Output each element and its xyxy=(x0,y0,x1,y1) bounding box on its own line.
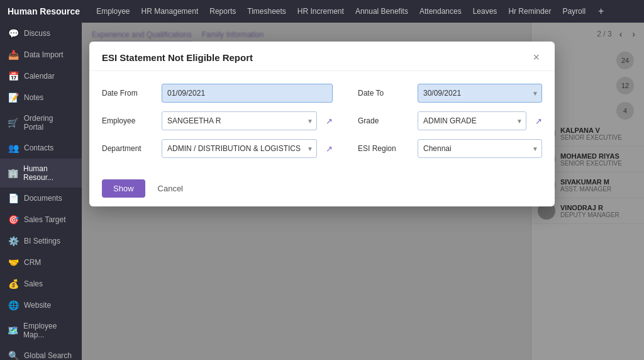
esi-region-label: ESI Region xyxy=(358,144,411,153)
date-from-input[interactable] xyxy=(162,84,333,103)
sidebar-item-label: Calendar xyxy=(24,72,55,81)
sales-icon: 💰 xyxy=(8,279,19,289)
sidebar-item-label: Employee Map... xyxy=(23,322,74,339)
esi-report-modal: ESI Statement Not Eligible Report × Date… xyxy=(89,42,555,206)
modal-footer: Show Cancel xyxy=(89,171,555,206)
sidebar-item-label: Data Import xyxy=(24,50,64,59)
notes-icon: 📝 xyxy=(8,93,19,103)
esi-region-select[interactable]: Chennai xyxy=(418,139,542,158)
sidebar-item-label: Discuss xyxy=(24,29,50,38)
date-to-label: Date To xyxy=(358,89,411,98)
sidebar-item-ordering-portal[interactable]: 🛒 Ordering Portal xyxy=(0,108,82,137)
date-to-input[interactable] xyxy=(418,84,542,103)
sidebar-item-notes[interactable]: 📝 Notes xyxy=(0,87,82,108)
grade-label: Grade xyxy=(358,116,411,125)
sidebar-item-global-search[interactable]: 🔍 Global Search xyxy=(0,345,82,360)
documents-icon: 📄 xyxy=(8,193,19,203)
global-search-icon: 🔍 xyxy=(8,351,19,360)
date-to-select-wrap: ▼ xyxy=(418,84,542,103)
contacts-icon: 👥 xyxy=(8,143,19,153)
sidebar-item-human-resource[interactable]: 🏢 Human Resour... xyxy=(0,159,82,188)
discuss-icon: 💬 xyxy=(8,28,19,38)
department-label: Department xyxy=(102,144,155,153)
crm-icon: 🤝 xyxy=(8,257,19,267)
modal-header: ESI Statement Not Eligible Report × xyxy=(89,42,555,71)
nav-hr-management[interactable]: HR Management xyxy=(140,4,200,18)
top-navigation: Human Resource Employee HR Management Re… xyxy=(0,0,644,23)
employee-row: Employee SANGEETHA R ▼ ↗ xyxy=(102,111,333,130)
date-to-row: Date To ▼ xyxy=(358,84,542,103)
esi-region-select-wrap: Chennai ▼ xyxy=(418,139,542,158)
sidebar-item-label: Ordering Portal xyxy=(24,114,74,132)
form-grid: Date From Date To ▼ Employee xyxy=(102,84,542,158)
sidebar-item-label: Contacts xyxy=(24,143,53,152)
main-content: Experience and Qualifications Family Inf… xyxy=(82,23,644,360)
employee-label: Employee xyxy=(102,116,155,125)
sidebar-item-documents[interactable]: 📄 Documents xyxy=(0,188,82,209)
date-from-row: Date From xyxy=(102,84,333,103)
nav-hr-reminder[interactable]: Hr Reminder xyxy=(507,4,552,18)
modal-overlay: ESI Statement Not Eligible Report × Date… xyxy=(82,23,644,360)
nav-employee[interactable]: Employee xyxy=(95,4,131,18)
sidebar-item-label: Documents xyxy=(24,194,62,203)
sidebar-item-label: CRM xyxy=(24,258,41,267)
nav-items: Employee HR Management Reports Timesheet… xyxy=(95,4,604,18)
calendar-icon: 📅 xyxy=(8,71,19,81)
sidebar-item-bi-settings[interactable]: ⚙️ BI Settings xyxy=(0,230,82,252)
grade-select-wrap: ADMIN GRADE ▼ xyxy=(418,111,526,130)
sidebar-item-label: Notes xyxy=(24,93,43,102)
sidebar-item-crm[interactable]: 🤝 CRM xyxy=(0,252,82,273)
sidebar: 💬 Discuss 📥 Data Import 📅 Calendar 📝 Not… xyxy=(0,23,82,360)
esi-region-row: ESI Region Chennai ▼ xyxy=(358,139,542,158)
nav-attendances[interactable]: Attendances xyxy=(418,4,463,18)
bi-settings-icon: ⚙️ xyxy=(8,236,19,246)
date-from-label: Date From xyxy=(102,89,155,98)
sidebar-item-label: BI Settings xyxy=(24,237,60,245)
department-external-icon[interactable]: ↗ xyxy=(326,144,333,154)
data-import-icon: 📥 xyxy=(8,50,19,60)
show-button[interactable]: Show xyxy=(102,179,145,198)
sidebar-item-website[interactable]: 🌐 Website xyxy=(0,295,82,316)
grade-external-icon[interactable]: ↗ xyxy=(535,116,542,126)
sidebar-item-contacts[interactable]: 👥 Contacts xyxy=(0,137,82,159)
modal-title: ESI Statement Not Eligible Report xyxy=(102,52,253,63)
grade-select[interactable]: ADMIN GRADE xyxy=(418,111,526,130)
sidebar-item-label: Website xyxy=(24,301,51,310)
sidebar-item-employee-map[interactable]: 🗺️ Employee Map... xyxy=(0,316,82,345)
sidebar-item-label: Sales Target xyxy=(24,215,66,224)
nav-annual-benefits[interactable]: Annual Benefits xyxy=(354,4,409,18)
sidebar-item-discuss[interactable]: 💬 Discuss xyxy=(0,23,82,44)
sidebar-item-label: Human Resour... xyxy=(23,164,74,182)
grade-row: Grade ADMIN GRADE ▼ ↗ xyxy=(358,111,542,130)
sidebar-item-label: Sales xyxy=(24,279,43,288)
nav-add-button[interactable]: + xyxy=(598,6,604,17)
modal-body: Date From Date To ▼ Employee xyxy=(89,71,555,171)
sales-target-icon: 🎯 xyxy=(8,215,19,225)
human-resource-icon: 🏢 xyxy=(8,168,18,178)
nav-hr-increment[interactable]: HR Increment xyxy=(296,4,345,18)
sidebar-item-sales-target[interactable]: 🎯 Sales Target xyxy=(0,209,82,230)
department-select-wrap: ADMIN / DISTRIBUTION & LOGISTICS ▼ xyxy=(162,139,317,158)
sidebar-item-data-import[interactable]: 📥 Data Import xyxy=(0,44,82,65)
sidebar-item-sales[interactable]: 💰 Sales xyxy=(0,273,82,295)
nav-timesheets[interactable]: Timesheets xyxy=(246,4,287,18)
employee-select[interactable]: SANGEETHA R xyxy=(162,111,317,130)
cancel-button[interactable]: Cancel xyxy=(152,179,189,198)
app-brand: Human Resource xyxy=(8,6,80,16)
ordering-portal-icon: 🛒 xyxy=(8,118,19,128)
employee-external-icon[interactable]: ↗ xyxy=(326,116,333,126)
department-row: Department ADMIN / DISTRIBUTION & LOGIST… xyxy=(102,139,333,158)
modal-close-button[interactable]: × xyxy=(530,52,542,63)
nav-reports[interactable]: Reports xyxy=(208,4,237,18)
nav-leaves[interactable]: Leaves xyxy=(472,4,499,18)
sidebar-item-calendar[interactable]: 📅 Calendar xyxy=(0,65,82,87)
website-icon: 🌐 xyxy=(8,300,19,310)
department-select[interactable]: ADMIN / DISTRIBUTION & LOGISTICS xyxy=(162,139,317,158)
employee-select-wrap: SANGEETHA R ▼ xyxy=(162,111,317,130)
employee-map-icon: 🗺️ xyxy=(8,325,18,335)
sidebar-item-label: Global Search xyxy=(24,351,72,360)
nav-payroll[interactable]: Payroll xyxy=(561,4,587,18)
